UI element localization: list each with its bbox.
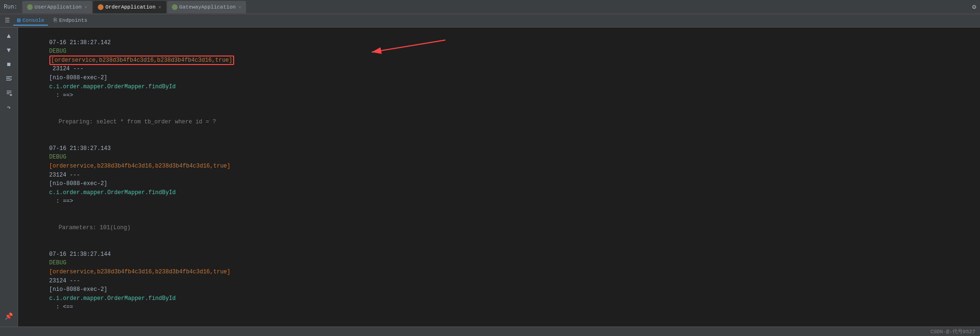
console-tab-label: Console — [22, 18, 44, 23]
log-level: DEBUG — [49, 48, 70, 55]
settings-icon[interactable]: ⚙ — [972, 3, 976, 11]
log-pid: 23124 --- — [49, 65, 87, 72]
log-continuation: Total: 1 — [18, 321, 980, 327]
menu-icon[interactable]: ☰ — [2, 16, 12, 26]
status-text: CSDN-@-代号9527 — [930, 328, 975, 335]
svg-rect-3 — [7, 91, 11, 91]
log-time: 07-16 21:38:27.142 — [49, 39, 114, 46]
tab-gateway[interactable]: GatewayApplication ✕ — [167, 1, 246, 13]
restore-button[interactable]: ↷ — [2, 101, 16, 114]
gateway-tab-close[interactable]: ✕ — [238, 4, 241, 10]
endpoints-tab-label: Endpoints — [59, 18, 87, 23]
order-tab-icon — [98, 4, 104, 10]
gateway-tab-icon — [172, 4, 178, 10]
user-tab-label: UserApplication — [35, 4, 82, 10]
user-tab-icon — [27, 4, 33, 10]
side-panel: ▲ ▼ ■ ↷ 📌 — [0, 28, 18, 327]
gateway-tab-label: GatewayApplication — [179, 4, 236, 10]
user-tab-close[interactable]: ✕ — [85, 4, 87, 10]
run-label: Run: — [4, 4, 18, 10]
pin-button[interactable]: 📌 — [2, 309, 16, 323]
svg-rect-5 — [7, 93, 9, 94]
status-bar: CSDN-@-代号9527 — [0, 327, 980, 336]
tab-user[interactable]: UserApplication ✕ — [22, 1, 92, 13]
log-continuation: Preparing: select * from tb_order where … — [18, 109, 980, 135]
tab-order[interactable]: OrderApplication ✕ — [93, 1, 166, 13]
log-traceid-highlighted: [orderservice,b238d3b4fb4c3d16,b238d3b4f… — [49, 56, 235, 65]
console-icon: ▤ — [17, 17, 20, 24]
log-container: 07-16 21:38:27.142 DEBUG [orderservice,b… — [18, 28, 980, 327]
svg-rect-1 — [6, 78, 10, 79]
log-thread: [nio-8088-exec-2] — [49, 75, 111, 81]
toolbar-row: ☰ ▤ Console ⎘ Endpoints — [0, 14, 980, 28]
log-class: c.i.order.mapper.OrderMapper.findById — [49, 84, 176, 90]
svg-rect-4 — [7, 92, 11, 93]
log-line: 07-16 21:38:27.142 DEBUG [orderservice,b… — [18, 29, 980, 109]
tab-endpoints[interactable]: ⎘ Endpoints — [50, 16, 91, 26]
endpoints-icon: ⎘ — [54, 17, 57, 24]
stop-button[interactable]: ■ — [2, 58, 16, 71]
scroll-up-button[interactable]: ▲ — [2, 29, 16, 43]
clear-button[interactable] — [2, 86, 16, 100]
wrap-button[interactable] — [2, 72, 16, 85]
svg-rect-0 — [6, 76, 12, 77]
top-bar: Run: UserApplication ✕ OrderApplication … — [0, 0, 980, 14]
log-area[interactable]: 07-16 21:38:27.142 DEBUG [orderservice,b… — [18, 28, 980, 327]
order-tab-close[interactable]: ✕ — [159, 4, 161, 10]
tab-console[interactable]: ▤ Console — [13, 16, 48, 26]
log-arrow: : ==> — [49, 92, 73, 99]
order-tab-label: OrderApplication — [105, 4, 156, 10]
log-line: 07-16 21:38:27.144 DEBUG [orderservice,b… — [18, 241, 980, 320]
svg-rect-2 — [6, 80, 11, 81]
log-continuation: Parameters: 101(Long) — [18, 215, 980, 241]
log-line: 07-16 21:38:27.143 DEBUG [orderservice,b… — [18, 135, 980, 215]
scroll-down-button[interactable]: ▼ — [2, 44, 16, 57]
main-area: ▲ ▼ ■ ↷ 📌 — [0, 28, 980, 327]
